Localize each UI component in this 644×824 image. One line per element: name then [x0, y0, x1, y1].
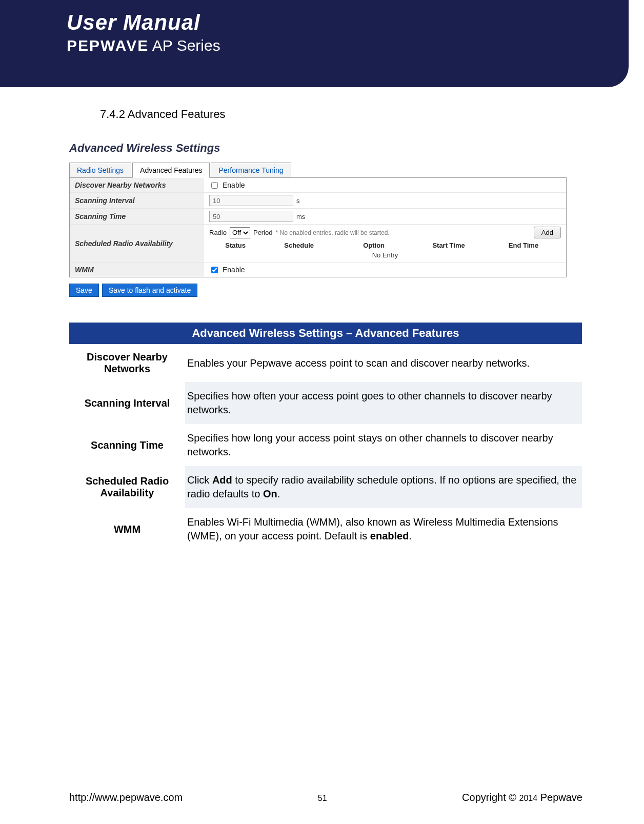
page-footer: http://www.pepwave.com 51 Copyright © 20…	[0, 792, 644, 803]
unit-milliseconds: ms	[296, 213, 305, 220]
save-button[interactable]: Save	[69, 284, 99, 297]
label-scheduled-radio: Scheduled Radio Availability	[70, 225, 204, 262]
checkbox-discover-enable[interactable]	[211, 182, 218, 189]
brand-name: PEPWAVE	[67, 37, 149, 54]
manual-header: User Manual PEPWAVE AP Series	[0, 0, 629, 87]
series-name: AP Series	[152, 37, 220, 54]
input-scanning-interval[interactable]	[209, 195, 293, 206]
def-wmm: Enables Wi-Fi Multimedia (WMM), also kno…	[185, 508, 582, 550]
checkbox-wmm-enable[interactable]	[211, 267, 218, 273]
sched-radio-word: Radio	[209, 229, 227, 236]
save-flash-activate-button[interactable]: Save to flash and activate	[102, 284, 197, 297]
select-radio-state[interactable]: Off	[230, 227, 250, 238]
label-discover-nearby: Discover Nearby Networks	[70, 178, 204, 192]
config-ui-screenshot: Advanced Wireless Settings Radio Setting…	[69, 142, 567, 297]
sched-no-entry: No Entry	[209, 249, 561, 260]
footer-page-number: 51	[318, 794, 327, 803]
term-scanning-time: Scanning Time	[69, 424, 185, 466]
add-schedule-button[interactable]: Add	[534, 227, 561, 238]
term-discover-nearby: Discover Nearby Networks	[69, 344, 185, 382]
settings-description-table: Advanced Wireless Settings – Advanced Fe…	[69, 323, 582, 550]
config-tabs: Radio Settings Advanced Features Perform…	[69, 162, 567, 178]
checkbox-discover-label: Enable	[223, 181, 245, 189]
tab-performance-tuning[interactable]: Performance Tuning	[211, 163, 291, 178]
col-end-time: End Time	[486, 242, 561, 249]
def-scanning-time: Specifies how long your access point sta…	[185, 424, 582, 466]
term-wmm: WMM	[69, 508, 185, 550]
col-start-time: Start Time	[411, 242, 486, 249]
term-scanning-interval: Scanning Interval	[69, 382, 185, 424]
label-scanning-interval: Scanning Interval	[70, 193, 204, 208]
col-option: Option	[336, 242, 411, 249]
sched-note: * No enabled entries, radio will be star…	[276, 229, 390, 236]
footer-url: http://www.pepwave.com	[69, 792, 183, 803]
sched-period-word: Period	[253, 229, 273, 236]
unit-seconds: s	[296, 197, 300, 205]
col-schedule: Schedule	[261, 242, 336, 249]
def-discover-nearby: Enables your Pepwave access point to sca…	[185, 344, 582, 382]
config-ui-heading: Advanced Wireless Settings	[69, 142, 567, 155]
manual-title: User Manual	[67, 10, 629, 35]
def-scanning-interval: Specifies how often your access point go…	[185, 382, 582, 424]
section-heading: 7.4.2 Advanced Features	[100, 108, 582, 121]
label-wmm: WMM	[70, 263, 204, 277]
footer-copyright: Copyright © 2014 Pepwave	[462, 792, 582, 803]
input-scanning-time[interactable]	[209, 211, 293, 222]
col-status: Status	[209, 242, 261, 249]
desc-table-title: Advanced Wireless Settings – Advanced Fe…	[69, 323, 582, 344]
tab-radio-settings[interactable]: Radio Settings	[69, 163, 131, 178]
manual-series-line: PEPWAVE AP Series	[67, 37, 629, 54]
checkbox-wmm-label: Enable	[223, 266, 245, 274]
tab-advanced-features[interactable]: Advanced Features	[132, 163, 210, 178]
config-panel: Discover Nearby Networks Enable Scanning…	[69, 178, 567, 277]
label-scanning-time: Scanning Time	[70, 209, 204, 224]
def-scheduled-radio: Click Add to specify radio availability …	[185, 466, 582, 508]
term-scheduled-radio: Scheduled Radio Availability	[69, 466, 185, 508]
